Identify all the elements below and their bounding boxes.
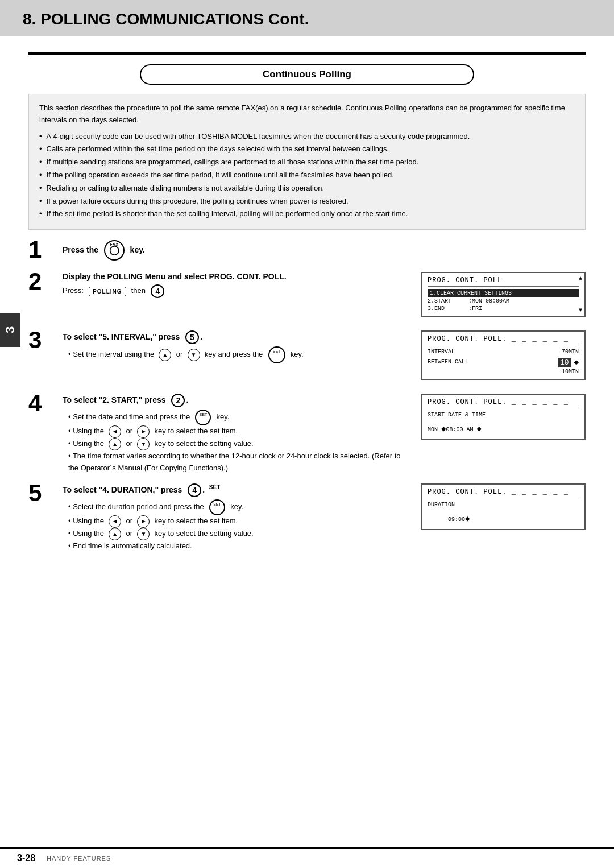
bullet-5: Redialing or calling to alternate dialin… [39,183,575,195]
step-1-content: Press the FAX ◯ key. [63,240,586,263]
arrow-down-key[interactable]: ▼ [188,349,200,361]
step-3-screen: PROG. CONT. POLL. _ _ _ _ _ _ INTERVAL70… [421,330,586,380]
step-5-number: 5 [28,481,57,505]
page-title: 8. POLLING COMMUNICATIONS Cont. [23,10,591,28]
scroll-down-icon: ▼ [579,307,582,313]
bullet-4: If the polling operation exceeds the set… [39,170,575,181]
lcd-2-row-1: 1.CLEAR CURRENT SETTINGS [428,289,579,297]
lcd-4-row-1: START DATE & TIME [428,411,579,419]
step-4-sub-4: • The time format varies according to wh… [68,450,409,474]
lcd-3-row-2: BETWEEN CALL 10 ◆ [428,356,579,368]
key-2[interactable]: 2 [171,394,185,407]
arrow-down-key-3[interactable]: ▼ [137,528,150,540]
arrow-down-key-2[interactable]: ▼ [137,438,150,450]
step-5-screen: PROG. CONT. POLL. _ _ _ _ _ _ DURATION 0… [421,483,586,530]
nav-right-key-2[interactable]: ► [137,515,150,528]
step-2-press: Press: POLLING then 4 [63,284,409,298]
lcd-4-title: PROG. CONT. POLL. _ _ _ _ _ _ [428,398,579,408]
fax-key-icon[interactable]: FAX ◯ [104,240,125,261]
step-4: 4 To select "2. START," press 2. • Set t… [28,394,586,474]
bullet-7: If the set time period is shorter than t… [39,208,575,220]
lcd-3-row-3: 10MIN [428,368,579,375]
nav-left-key-2[interactable]: ◄ [109,515,121,528]
bullet-3: If multiple sending stations are program… [39,156,575,168]
set-key-3[interactable]: SET [209,499,225,515]
step-1: 1 Press the FAX ◯ key. [28,240,586,263]
step-1-number: 1 [28,238,57,262]
info-box: This section describes the procedure to … [28,94,586,230]
lcd-5-row-1: DURATION [428,501,579,509]
set-key[interactable]: SET [268,346,285,363]
lcd-5-title: PROG. CONT. POLL. _ _ _ _ _ _ [428,488,579,498]
scroll-up-icon: ▲ [579,275,582,282]
step-3-title: To select "5. INTERVAL," press 5. [63,330,409,344]
set-key-2[interactable]: SET [195,410,211,425]
step-5-title: To select "4. DURATION," press 4. SET [63,483,409,497]
step-3-number: 3 [28,328,57,352]
step-2-title: Display the POLLING Menu and select PROG… [63,272,409,281]
key-5[interactable]: 5 [185,330,199,344]
bullet-6: If a power failure occurs during this pr… [39,196,575,208]
lcd-4-row-2: MON ◆08:00 AM ◆ [428,419,579,436]
step-4-screen: PROG. CONT. POLL. _ _ _ _ _ _ START DATE… [421,394,586,440]
step-5-sub-2: • Using the ◄ or ► key to select the set… [68,515,409,528]
step-2-content: Display the POLLING Menu and select PROG… [63,272,586,321]
divider-bar [28,52,586,55]
step-3: 3 To select "5. INTERVAL," press 5. • Se… [28,330,586,385]
section-title: Continuous Polling [140,64,474,85]
step-5-sub-3: • Using the ▲ or ▼ key to select the set… [68,528,409,540]
step-5-sub-1: • Select the duration period and press t… [68,499,409,515]
step-2-screen: PROG. CONT. POLL 1.CLEAR CURRENT SETTING… [421,272,586,317]
lcd-2-row-3: 3.END :FRI [428,305,579,312]
page-header: 8. POLLING COMMUNICATIONS Cont. [0,0,614,36]
lcd-2-row-2: 2.START :MON 08:00AM [428,297,579,305]
step-5-sub-4: • End time is automatically calculated. [68,540,409,552]
step-4-content: To select "2. START," press 2. • Set the… [63,394,586,474]
step-2-number: 2 [28,270,57,294]
bullet-1: A 4-digit security code can be used with… [39,131,575,143]
polling-key[interactable]: POLLING [89,287,126,296]
key-4b[interactable]: 4 [188,483,201,497]
nav-right-key[interactable]: ► [137,425,150,438]
intro-paragraph: This section describes the procedure to … [39,102,575,126]
nav-left-key[interactable]: ◄ [109,425,121,438]
lcd-2-title: PROG. CONT. POLL [428,276,579,287]
page-footer: 3-28 HANDY FEATURES [0,847,614,868]
step-1-title: Press the FAX ◯ key. [63,240,586,261]
key-4[interactable]: 4 [151,284,164,298]
lcd-5-row-2: 09:00◆ [428,509,579,526]
footer-label: HANDY FEATURES [47,855,111,862]
side-tab: 3 [0,313,20,347]
footer-page-number: 3-28 [17,853,35,863]
bullet-2: Calls are performed within the set time … [39,143,575,155]
arrow-up-key-2[interactable]: ▲ [109,438,121,450]
arrow-up-key-3[interactable]: ▲ [109,528,121,540]
main-content: Continuous Polling This section describe… [0,36,614,573]
step-4-number: 4 [28,391,57,415]
arrow-right-icon: ◆ [574,358,579,367]
lcd-3-title: PROG. CONT. POLL. _ _ _ _ _ _ [428,335,579,345]
step-5: 5 To select "4. DURATION," press 4. SET … [28,483,586,552]
step-3-sub-1: • Set the interval using the ▲ or ▼ key … [68,346,409,363]
lcd-3-row-1: INTERVAL70MIN [428,348,579,356]
step-4-sub-3: • Using the ▲ or ▼ key to select the set… [68,438,409,450]
step-4-sub-2: • Using the ◄ or ► key to select the set… [68,425,409,438]
step-4-title: To select "2. START," press 2. [63,394,409,407]
step-5-content: To select "4. DURATION," press 4. SET • … [63,483,586,552]
step-2: 2 Display the POLLING Menu and select PR… [28,272,586,321]
arrow-up-key[interactable]: ▲ [159,349,171,361]
step-3-content: To select "5. INTERVAL," press 5. • Set … [63,330,586,385]
between-call-value: 10 [558,358,571,367]
step-4-sub-1: • Set the date and time and press the SE… [68,410,409,425]
